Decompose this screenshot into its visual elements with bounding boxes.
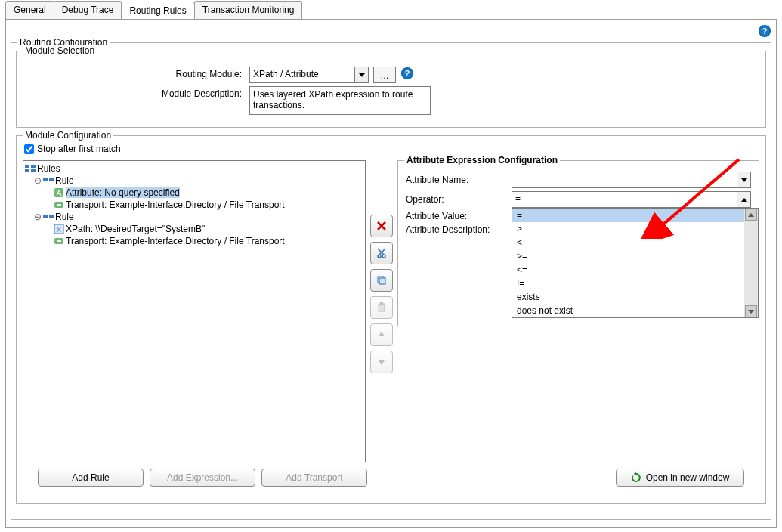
routing-module-label: Routing Module: bbox=[23, 66, 249, 79]
operator-option[interactable]: does not exist bbox=[512, 304, 744, 317]
svg-rect-8 bbox=[31, 165, 36, 168]
module-description-label: Module Description: bbox=[23, 86, 249, 99]
svg-rect-16 bbox=[43, 215, 48, 218]
scissors-icon bbox=[376, 248, 387, 258]
operator-option[interactable]: != bbox=[512, 277, 744, 290]
svg-text:X: X bbox=[57, 226, 61, 234]
operator-label: Operator: bbox=[406, 194, 512, 205]
tree-root-label: Rules bbox=[37, 163, 60, 174]
refresh-icon bbox=[631, 472, 641, 483]
svg-rect-9 bbox=[25, 169, 29, 172]
svg-line-3 bbox=[660, 159, 739, 227]
tree-rule[interactable]: ⊖ Rule bbox=[25, 211, 363, 223]
module-description-textarea[interactable]: Uses layered XPath expression to route t… bbox=[249, 86, 431, 115]
scroll-down-icon[interactable] bbox=[745, 305, 757, 317]
delete-button[interactable] bbox=[370, 215, 393, 237]
transport-icon bbox=[54, 200, 64, 210]
svg-point-22 bbox=[382, 255, 385, 258]
copy-icon bbox=[376, 275, 387, 286]
tree-transport-label: Transport: Example-Interface.Directory /… bbox=[66, 200, 285, 210]
tree-transport-node[interactable]: Transport: Example-Interface.Directory /… bbox=[25, 235, 363, 247]
attribute-value-label: Attribute Value: bbox=[406, 211, 512, 221]
tab-transaction-monitoring[interactable]: Transaction Monitoring bbox=[194, 1, 303, 19]
add-transport-button: Add Transport bbox=[261, 469, 367, 487]
tree-xpath-label: XPath: \\DesiredTarget="SystemB" bbox=[66, 224, 205, 234]
tab-general[interactable]: General bbox=[5, 1, 54, 19]
arrow-up-icon bbox=[377, 330, 386, 339]
svg-rect-11 bbox=[43, 178, 48, 181]
move-up-button bbox=[370, 323, 393, 346]
svg-text:?: ? bbox=[762, 26, 768, 36]
svg-rect-7 bbox=[25, 165, 29, 168]
routing-module-dropdown-button[interactable] bbox=[355, 66, 369, 83]
add-expression-button: Add Expression... bbox=[150, 469, 255, 487]
rules-icon bbox=[25, 163, 36, 174]
attribute-icon: A bbox=[54, 187, 64, 198]
module-configuration-legend: Module Configuration bbox=[23, 130, 113, 141]
open-in-new-window-label: Open in new window bbox=[646, 472, 730, 483]
stop-after-first-match-label: Stop after first match bbox=[37, 144, 121, 154]
paste-button bbox=[370, 296, 393, 319]
tree-root[interactable]: Rules bbox=[25, 162, 363, 175]
delete-icon bbox=[376, 221, 387, 231]
tree-rule-label: Rule bbox=[55, 212, 74, 222]
svg-rect-26 bbox=[380, 302, 383, 305]
rule-icon bbox=[43, 212, 54, 222]
arrow-down-icon bbox=[377, 357, 386, 367]
open-in-new-window-button[interactable]: Open in new window bbox=[616, 469, 744, 487]
svg-point-21 bbox=[378, 255, 381, 258]
attribute-description-label: Attribute Description: bbox=[406, 224, 512, 235]
help-icon[interactable]: ? bbox=[400, 66, 414, 82]
svg-text:A: A bbox=[57, 189, 62, 197]
rules-tree[interactable]: Rules ⊖ Rule A Attribute: No query speci… bbox=[23, 160, 366, 462]
svg-rect-12 bbox=[49, 178, 54, 181]
svg-rect-25 bbox=[379, 304, 385, 311]
tree-attribute-label: Attribute: No query specified bbox=[66, 187, 180, 198]
annotation-arrow bbox=[641, 156, 746, 239]
move-down-button bbox=[370, 351, 393, 373]
scroll-up-icon[interactable] bbox=[745, 209, 757, 221]
operator-option[interactable]: >= bbox=[512, 249, 744, 263]
transport-icon bbox=[54, 236, 64, 246]
tree-rule[interactable]: ⊖ Rule bbox=[25, 175, 363, 187]
attribute-name-label: Attribute Name: bbox=[406, 175, 512, 185]
svg-rect-24 bbox=[379, 278, 385, 284]
xpath-icon: X bbox=[54, 224, 64, 234]
tab-routing-rules[interactable]: Routing Rules bbox=[121, 2, 194, 20]
tree-transport-node[interactable]: Transport: Example-Interface.Directory /… bbox=[25, 199, 363, 211]
tab-debug-trace[interactable]: Debug Trace bbox=[54, 1, 122, 19]
routing-module-select[interactable]: XPath / Attribute bbox=[249, 66, 355, 83]
routing-module-browse-button[interactable]: ... bbox=[373, 66, 396, 83]
copy-button[interactable] bbox=[370, 269, 393, 292]
add-rule-button[interactable]: Add Rule bbox=[38, 469, 144, 487]
svg-rect-10 bbox=[31, 169, 36, 172]
rule-icon bbox=[43, 175, 54, 186]
svg-text:?: ? bbox=[405, 69, 410, 78]
stop-after-first-match-checkbox[interactable] bbox=[24, 144, 34, 154]
operator-option[interactable]: exists bbox=[512, 290, 744, 304]
attribute-expression-legend: Attribute Expression Configuration bbox=[404, 155, 560, 165]
help-icon[interactable]: ? bbox=[758, 24, 771, 40]
tree-transport-label: Transport: Example-Interface.Directory /… bbox=[66, 236, 285, 246]
svg-rect-17 bbox=[49, 215, 54, 218]
tree-xpath-node[interactable]: X XPath: \\DesiredTarget="SystemB" bbox=[25, 223, 363, 235]
paste-icon bbox=[376, 302, 387, 313]
operator-option[interactable]: <= bbox=[512, 263, 744, 277]
module-selection-legend: Module Selection bbox=[23, 45, 97, 56]
tree-attribute-node[interactable]: A Attribute: No query specified bbox=[25, 187, 363, 199]
tree-rule-label: Rule bbox=[55, 175, 74, 186]
cut-button[interactable] bbox=[370, 242, 393, 264]
